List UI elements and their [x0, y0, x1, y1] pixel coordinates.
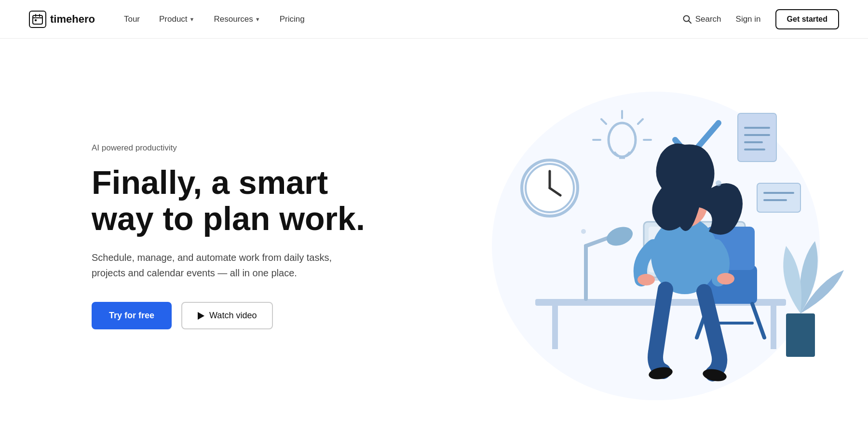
- svg-rect-28: [552, 306, 558, 349]
- svg-rect-29: [771, 306, 776, 349]
- logo[interactable]: timehero: [29, 11, 95, 28]
- search-button[interactable]: Search: [683, 14, 721, 24]
- svg-point-51: [716, 180, 721, 186]
- svg-rect-50: [786, 313, 815, 357]
- logo-text: timehero: [50, 13, 95, 26]
- sign-in-button[interactable]: Sign in: [736, 14, 761, 24]
- nav-item-tour[interactable]: Tour: [124, 14, 140, 24]
- hero-description: Schedule, manage, and automate work from…: [92, 250, 342, 281]
- main-nav: Tour Product ▼ Resources ▼ Pricing: [124, 14, 683, 24]
- play-icon: [198, 312, 204, 320]
- svg-rect-0: [33, 15, 42, 24]
- hero-illustration: [448, 39, 868, 434]
- chevron-down-icon: ▼: [255, 16, 260, 22]
- nav-item-pricing[interactable]: Pricing: [280, 14, 305, 24]
- svg-rect-4: [35, 19, 37, 21]
- search-icon: [683, 15, 692, 24]
- hero-subtitle: AI powered productivity: [92, 143, 365, 153]
- hero-section: AI powered productivity Finally, a smart…: [0, 39, 868, 434]
- hero-content: AI powered productivity Finally, a smart…: [92, 143, 365, 330]
- svg-point-46: [637, 274, 655, 285]
- svg-line-6: [689, 21, 691, 23]
- watch-video-button[interactable]: Watch video: [181, 302, 273, 329]
- nav-item-resources[interactable]: Resources ▼: [214, 14, 260, 24]
- header: timehero Tour Product ▼ Resources ▼ Pric…: [0, 0, 868, 39]
- nav-item-product[interactable]: Product ▼: [159, 14, 194, 24]
- header-right: Search Sign in Get started: [683, 9, 839, 29]
- svg-rect-19: [738, 113, 776, 162]
- logo-icon: [29, 11, 46, 28]
- try-free-button[interactable]: Try for free: [92, 302, 172, 329]
- hero-title: Finally, a smartway to plan work.: [92, 164, 365, 237]
- hero-svg: [448, 39, 868, 434]
- hero-buttons: Try for free Watch video: [92, 302, 365, 329]
- svg-rect-24: [757, 183, 800, 212]
- get-started-button[interactable]: Get started: [775, 9, 839, 29]
- svg-point-47: [717, 273, 734, 285]
- svg-point-52: [581, 229, 586, 234]
- chevron-down-icon: ▼: [190, 16, 195, 22]
